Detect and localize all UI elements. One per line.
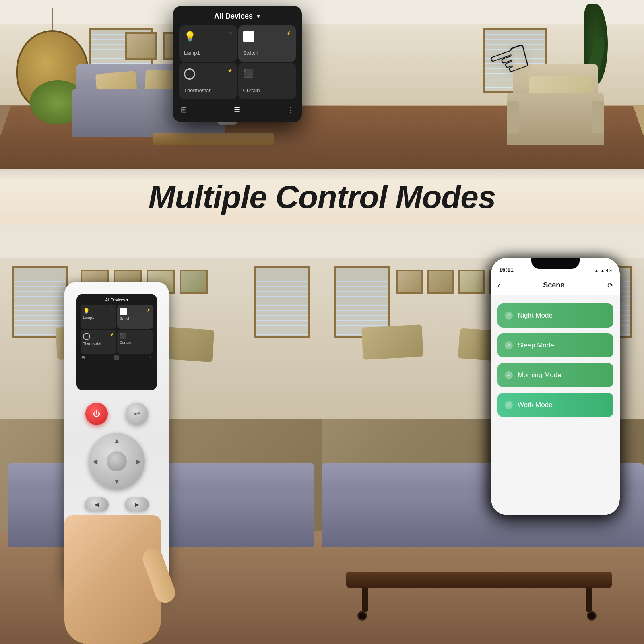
device-cell-lamp1[interactable]: 💡 ✎ Lamp1 (179, 25, 237, 62)
coffee-table (153, 133, 274, 145)
back-button[interactable]: ↩ (126, 402, 148, 425)
phone-notch (531, 258, 580, 269)
table-leg-2 (586, 588, 592, 612)
phone-body: 16:11 ▲ ▲ 4G ‹ Scene ⟳ (491, 258, 620, 515)
morning-check: ✓ (505, 371, 513, 379)
night-mode-label: Night Mode (518, 312, 553, 320)
remote-lamp-name: Lamp1 (83, 316, 114, 320)
scene-item-night[interactable]: ✓ Night Mode (497, 303, 613, 328)
remote-grid-icon[interactable]: ⊞ (81, 355, 85, 360)
sleep-mode-label: Sleep Mode (518, 341, 554, 349)
remote-switch-icon (120, 308, 127, 315)
edit-icon[interactable]: ✎ (229, 31, 232, 35)
night-check: ✓ (505, 312, 513, 320)
device-ui-header: All Devices ▼ (179, 12, 296, 21)
list-icon[interactable]: ☰ (234, 105, 240, 114)
scene-item-work[interactable]: ✓ Work Mode (497, 393, 613, 417)
remote-screen: All Devices ▾ 💡 ✎ Lamp1 (76, 294, 157, 390)
table-leg-1 (362, 588, 368, 612)
device-cell-thermostat[interactable]: ⚡ Thermostat (179, 63, 237, 99)
prev-button[interactable]: ◀ (85, 497, 109, 511)
thermostat-ble: ⚡ (227, 68, 232, 73)
phone-nav-bar: ‹ Scene ⟳ (491, 275, 620, 295)
top-section: All Devices ▼ 💡 ✎ Lamp1 ⚡ Switch (0, 0, 644, 169)
thermostat-icon (184, 68, 195, 80)
remote-switch-cell[interactable]: ⚡ Switch (117, 305, 153, 329)
device-cell-curtain[interactable]: ⬛ Curtain (238, 63, 296, 99)
bluetooth-icon: ⚡ (286, 31, 291, 35)
bottom-left-panel: All Devices ▾ 💡 ✎ Lamp1 (0, 225, 322, 644)
switch-label: Switch (243, 50, 291, 56)
room-ceiling (0, 0, 644, 24)
device-ui-card: All Devices ▼ 💡 ✎ Lamp1 ⚡ Switch (173, 6, 302, 122)
remote-curtain-name: Curtain (120, 341, 151, 345)
curtain-icon: ⬛ (243, 68, 253, 78)
dpad[interactable]: ▲ ▼ ◀ ▶ (89, 433, 145, 489)
remote-bottom-buttons: ◀ ▶ (76, 497, 157, 511)
scene-list: ✓ Night Mode ✓ Sleep Mode ✓ Morning Mode (491, 295, 620, 425)
sleep-check: ✓ (505, 341, 513, 349)
remote-device-grid: 💡 ✎ Lamp1 ⚡ Switch (80, 305, 153, 354)
next-button[interactable]: ▶ (125, 497, 149, 511)
remote-curtain-cell[interactable]: ⬛ Curtain (117, 330, 153, 354)
wifi-icon[interactable]: ⟳ (607, 281, 613, 290)
dpad-left[interactable]: ◀ (93, 458, 97, 465)
remote-lamp-icon: 💡 (83, 308, 90, 314)
dpad-down[interactable]: ▼ (114, 478, 120, 485)
remote-switch-name: Switch (120, 316, 151, 320)
dpad-right[interactable]: ▶ (136, 458, 141, 465)
wheel-1 (357, 611, 367, 621)
remote-thermostat-icon (83, 333, 90, 340)
power-button[interactable]: ⏻ (85, 402, 108, 425)
remote-lamp-cell[interactable]: 💡 ✎ Lamp1 (80, 305, 116, 329)
banner-title: Multiple Control Modes (149, 179, 495, 216)
grid-icon[interactable]: ⊞ (181, 105, 187, 114)
phone-screen: 16:11 ▲ ▲ 4G ‹ Scene ⟳ (491, 258, 620, 515)
bottom-right-panel: 16:11 ▲ ▲ 4G ‹ Scene ⟳ (322, 225, 644, 644)
device-cell-switch[interactable]: ⚡ Switch (238, 25, 296, 62)
thermostat-label: Thermostat (184, 87, 232, 93)
remote-curtain-icon: ⬛ (120, 333, 151, 339)
middle-banner: Multiple Control Modes (0, 169, 644, 225)
br-ceiling (322, 225, 644, 258)
curtain-label: Curtain (243, 87, 291, 93)
signal-bars: ▲ (594, 268, 599, 273)
work-mode-label: Work Mode (518, 401, 553, 409)
scene-item-sleep[interactable]: ✓ Sleep Mode (497, 333, 613, 357)
remote-buttons: ⏻ ↩ ▲ ▼ ◀ ▶ ◀ ▶ (76, 402, 157, 511)
lamp1-label: Lamp1 (184, 50, 232, 56)
hand (64, 515, 161, 644)
scene-title: Scene (543, 281, 564, 289)
device-grid: 💡 ✎ Lamp1 ⚡ Switch ⚡ Thermostat (179, 25, 296, 99)
dropdown-arrow[interactable]: ▼ (256, 14, 261, 19)
lamp-icon: 💡 (184, 31, 196, 42)
phone-container: 16:11 ▲ ▲ 4G ‹ Scene ⟳ (491, 258, 620, 515)
remote-list-icon[interactable]: ⬛ (114, 355, 119, 360)
bl-ceiling (0, 225, 322, 258)
device-ui-bottom: ⊞ ☰ ⋮ (179, 102, 296, 116)
remote-thermostat-cell[interactable]: ⚡ Thermostat (80, 330, 116, 354)
remote-all-devices: All Devices ▾ (80, 298, 153, 302)
morning-mode-label: Morning Mode (518, 371, 561, 379)
phone-signal: ▲ ▲ 4G (594, 268, 612, 273)
dpad-up[interactable]: ▲ (114, 437, 120, 444)
back-button-phone[interactable]: ‹ (497, 281, 500, 290)
remote-bottom-nav: ⊞ ⬛ ⋮ (80, 354, 153, 360)
remote-thermostat-name: Thermostat (83, 341, 114, 345)
remote-top-buttons: ⏻ ↩ (76, 402, 157, 425)
work-check: ✓ (505, 401, 513, 409)
wheel-2 (587, 611, 597, 621)
phone-time: 16:11 (499, 266, 514, 273)
remote-menu-icon[interactable]: ⋮ (148, 355, 152, 360)
menu-icon[interactable]: ⋮ (287, 105, 294, 114)
all-devices-label: All Devices (214, 12, 253, 21)
signal-label: ▲ 4G (600, 268, 612, 273)
switch-icon (243, 31, 254, 42)
remote-container: All Devices ▾ 💡 ✎ Lamp1 (40, 282, 193, 644)
br-floor (322, 531, 644, 644)
coffee-table-top (346, 572, 612, 588)
bottom-section: All Devices ▾ 💡 ✎ Lamp1 (0, 225, 644, 644)
scene-item-morning[interactable]: ✓ Morning Mode (497, 363, 613, 387)
